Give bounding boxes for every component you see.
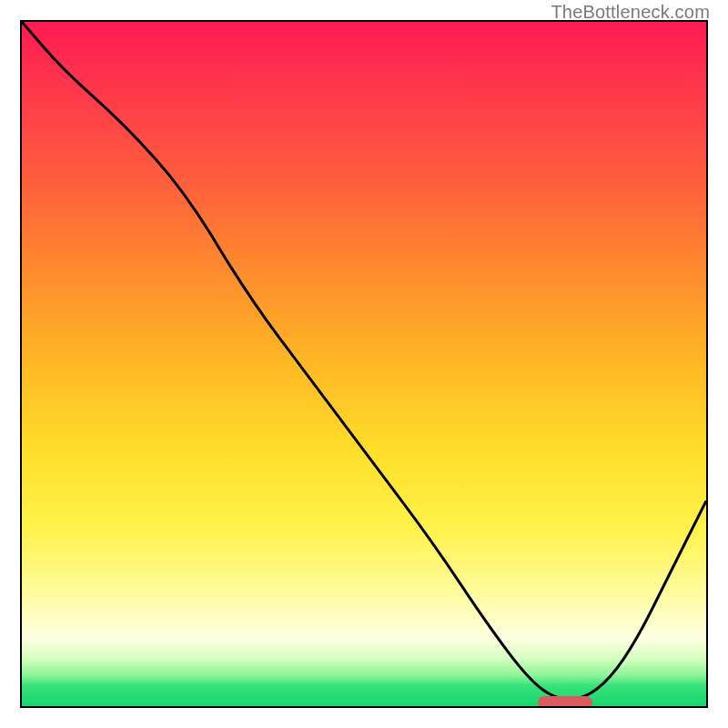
bottleneck-chart: TheBottleneck.com <box>0 0 728 728</box>
plot-area <box>20 20 708 708</box>
bottleneck-curve-path <box>22 22 706 699</box>
optimal-range-marker <box>538 696 592 708</box>
curve-layer <box>22 22 706 706</box>
